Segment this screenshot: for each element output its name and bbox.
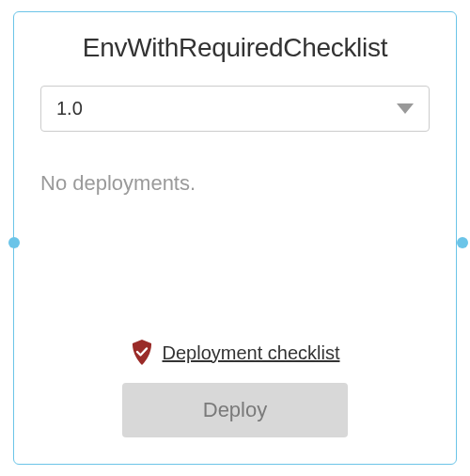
svg-marker-0 bbox=[397, 103, 414, 114]
deploy-button[interactable]: Deploy bbox=[122, 383, 348, 437]
connector-dot-right bbox=[457, 237, 468, 248]
environment-title: EnvWithRequiredChecklist bbox=[40, 33, 430, 63]
environment-card: EnvWithRequiredChecklist 1.0 No deployme… bbox=[13, 11, 457, 465]
deployment-status: No deployments. bbox=[40, 171, 430, 196]
checklist-row: Deployment checklist bbox=[40, 340, 430, 366]
version-select[interactable]: 1.0 bbox=[40, 86, 430, 132]
shield-check-icon bbox=[131, 340, 153, 366]
version-select-value: 1.0 bbox=[56, 98, 83, 119]
chevron-down-icon bbox=[397, 103, 414, 115]
deployment-checklist-link[interactable]: Deployment checklist bbox=[163, 342, 340, 364]
